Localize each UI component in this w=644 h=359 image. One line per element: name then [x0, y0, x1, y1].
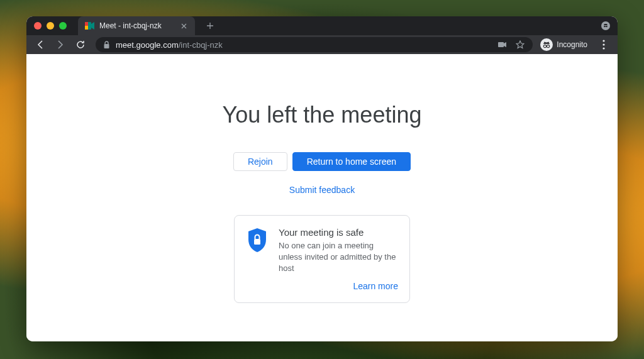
svg-point-10 [602, 43, 604, 45]
lock-icon [102, 40, 111, 49]
learn-more-link[interactable]: Learn more [246, 281, 398, 291]
url-domain: meet.google.com [116, 40, 179, 50]
incognito-icon [540, 38, 553, 51]
page-title: You left the meeting [223, 102, 422, 128]
forward-button[interactable] [52, 36, 69, 53]
tab-title: Meet - int-cbqj-nzk [99, 21, 174, 30]
window-maximize-button[interactable] [59, 22, 67, 30]
safety-title: Your meeting is safe [279, 227, 398, 238]
browser-menu-button[interactable] [595, 36, 613, 53]
svg-point-11 [602, 47, 604, 49]
camera-indicator-icon[interactable] [496, 38, 509, 51]
back-button[interactable] [31, 36, 49, 53]
reload-button[interactable] [72, 36, 89, 53]
browser-tab[interactable]: Meet - int-cbqj-nzk [78, 16, 195, 35]
browser-toolbar: meet.google.com/int-cbqj-nzk Incognito [26, 35, 618, 54]
svg-rect-6 [498, 42, 504, 47]
svg-point-3 [604, 26, 606, 28]
meet-favicon-icon [84, 21, 94, 31]
window-close-button[interactable] [34, 22, 42, 30]
url-text: meet.google.com/int-cbqj-nzk [116, 40, 491, 50]
incognito-label: Incognito [557, 40, 587, 49]
window-controls [34, 22, 67, 30]
return-home-button[interactable]: Return to home screen [292, 152, 411, 171]
page-content: You left the meeting Rejoin Return to ho… [26, 54, 618, 341]
address-bar[interactable]: meet.google.com/int-cbqj-nzk [96, 37, 533, 52]
svg-rect-12 [254, 239, 260, 245]
safety-row: Your meeting is safe No one can join a m… [246, 227, 398, 275]
window-minimize-button[interactable] [47, 22, 54, 30]
svg-point-4 [606, 26, 608, 28]
bookmark-star-icon[interactable] [514, 38, 526, 51]
submit-feedback-link[interactable]: Submit feedback [289, 185, 355, 195]
svg-rect-5 [104, 44, 109, 48]
rejoin-button[interactable]: Rejoin [233, 152, 287, 171]
shield-lock-icon [246, 227, 269, 253]
safety-card: Your meeting is safe No one can join a m… [234, 215, 410, 303]
safety-text: Your meeting is safe No one can join a m… [279, 227, 398, 275]
safety-description: No one can join a meeting unless invited… [279, 240, 398, 275]
browser-titlebar: Meet - int-cbqj-nzk [26, 16, 618, 35]
svg-point-9 [602, 40, 604, 41]
action-buttons: Rejoin Return to home screen [233, 152, 411, 171]
new-tab-button[interactable] [204, 19, 216, 32]
incognito-indicator-icon [601, 21, 610, 30]
tab-close-button[interactable] [179, 21, 189, 31]
incognito-badge[interactable]: Incognito [539, 37, 592, 52]
svg-point-8 [547, 45, 550, 47]
svg-rect-2 [85, 22, 88, 26]
url-path: /int-cbqj-nzk [179, 40, 223, 50]
svg-point-7 [544, 45, 547, 47]
browser-window: Meet - int-cbqj-nzk meet.google.com/i [26, 16, 618, 341]
